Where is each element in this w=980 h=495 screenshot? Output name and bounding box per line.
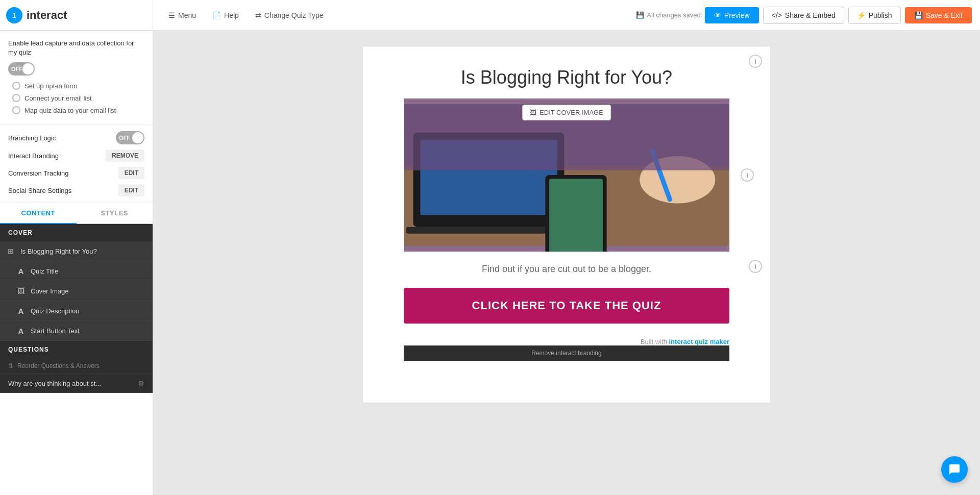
top-navigation: 1 interact ☰ Menu 📄 Help ⇄ Change Quiz T… xyxy=(0,0,980,31)
questions-section: ⇅ Reorder Questions & Answers Why are yo… xyxy=(0,358,153,393)
reorder-row: ⇅ Reorder Questions & Answers xyxy=(0,358,153,374)
description-info-button[interactable]: i xyxy=(749,260,762,273)
help-icon: 📄 xyxy=(212,11,221,19)
toggle-knob xyxy=(132,132,143,143)
save-status: 💾 All changes saved xyxy=(636,11,701,19)
change-quiz-type-label: Change Quiz Type xyxy=(264,11,324,19)
share-embed-label: Share & Embed xyxy=(785,11,836,19)
social-share-edit-button[interactable]: EDIT xyxy=(118,184,144,196)
text-a-icon-3: A xyxy=(16,326,26,335)
sidebar-content: COVER ⊞ Is Blogging Right for You? A Qui… xyxy=(0,224,153,495)
opt-item-label: Map quiz data to your email list xyxy=(24,107,116,114)
branding-text: Built with xyxy=(641,338,667,345)
edit-image-icon: 🖼 xyxy=(530,109,536,116)
start-quiz-label: CLICK HERE TO TAKE THE QUIZ xyxy=(472,299,662,312)
radio-circle xyxy=(12,94,20,102)
status-label: All changes saved xyxy=(647,11,701,19)
quiz-description-area: Find out if you are cut out to be a blog… xyxy=(363,252,770,280)
text-a-icon-2: A xyxy=(16,306,26,315)
interact-branding-row: Interact Branding REMOVE xyxy=(8,150,144,162)
branching-logic-row: Branching Logic OFF xyxy=(8,131,144,144)
question-text: Why are you thinking about st... xyxy=(8,380,101,387)
cover-image-label: Cover Image xyxy=(31,287,68,295)
remove-branding-button[interactable]: REMOVE xyxy=(106,150,144,162)
save-exit-button[interactable]: 💾 Save & Exit xyxy=(905,7,972,23)
cover-image-info-button[interactable]: i xyxy=(741,168,754,182)
opt-item-label: Connect your email list xyxy=(24,94,92,102)
branching-logic-toggle[interactable]: OFF xyxy=(116,131,144,144)
nav-right: 💾 All changes saved 👁 Preview </> Share … xyxy=(628,7,980,24)
gear-icon[interactable]: ⚙ xyxy=(138,379,144,387)
edit-cover-image-button[interactable]: 🖼 EDIT COVER IMAGE xyxy=(522,105,611,120)
publish-label: Publish xyxy=(869,11,892,19)
settings-section: Branching Logic OFF Interact Branding RE… xyxy=(0,125,153,203)
lead-capture-label: Enable lead capture and data collection … xyxy=(8,39,144,57)
conversion-tracking-edit-button[interactable]: EDIT xyxy=(118,167,144,179)
lead-capture-toggle[interactable]: OFF xyxy=(8,62,35,76)
menu-button[interactable]: ☰ Menu xyxy=(161,7,203,23)
chat-icon xyxy=(948,463,961,476)
lead-capture-toggle-row: OFF xyxy=(8,62,144,76)
remove-branding-bar[interactable]: Remove interact branding xyxy=(404,345,729,361)
tab-styles[interactable]: STYLES xyxy=(77,203,153,223)
opt-item-map[interactable]: Map quiz data to your email list xyxy=(12,104,144,116)
sidebar-item-start-button[interactable]: A Start Button Text xyxy=(0,321,153,341)
social-share-label: Social Share Settings xyxy=(8,187,71,194)
svg-rect-6 xyxy=(549,179,603,252)
reorder-icon: ⇅ xyxy=(8,362,13,369)
reorder-label: Reorder Questions & Answers xyxy=(17,362,100,369)
help-button[interactable]: 📄 Help xyxy=(205,7,246,23)
main-content: Is Blogging Right for You? i xyxy=(153,31,980,495)
logo-icon: 1 xyxy=(6,7,22,23)
sidebar-item-cover-image[interactable]: 🖼 Cover Image xyxy=(0,281,153,301)
quiz-description-text: Find out if you are cut out to be a blog… xyxy=(482,264,651,274)
opt-item-label: Set up opt-in form xyxy=(24,82,77,90)
toggle-knob xyxy=(22,63,34,75)
interact-branding-label: Interact Branding xyxy=(8,152,59,160)
preview-button[interactable]: 👁 Preview xyxy=(705,7,759,23)
preview-label: Preview xyxy=(724,11,750,19)
start-quiz-button[interactable]: CLICK HERE TO TAKE THE QUIZ xyxy=(404,288,729,324)
save-exit-label: Save & Exit xyxy=(926,11,963,19)
opt-in-list: Set up opt-in form Connect your email li… xyxy=(8,80,144,116)
code-icon: </> xyxy=(772,11,782,19)
text-a-icon: A xyxy=(16,266,26,276)
quiz-title-info-button[interactable]: i xyxy=(749,55,762,68)
sidebar-item-quiz-description[interactable]: A Quiz Description xyxy=(0,301,153,321)
cover-main-item-label: Is Blogging Right for You? xyxy=(20,247,97,255)
edit-cover-label: EDIT COVER IMAGE xyxy=(540,109,603,116)
quiz-title: Is Blogging Right for You? xyxy=(404,67,729,88)
change-quiz-type-button[interactable]: ⇄ Change Quiz Type xyxy=(248,7,331,23)
image-icon: 🖼 xyxy=(16,286,26,295)
sidebar: Enable lead capture and data collection … xyxy=(0,31,153,495)
quiz-card: Is Blogging Right for You? i xyxy=(362,46,771,403)
sidebar-item-quiz-title[interactable]: A Quiz Title xyxy=(0,261,153,281)
opt-item-form[interactable]: Set up opt-in form xyxy=(12,80,144,92)
branching-logic-label: Branching Logic xyxy=(8,134,56,142)
chat-bubble-button[interactable] xyxy=(941,456,968,483)
opt-item-email[interactable]: Connect your email list xyxy=(12,92,144,104)
preview-icon: 👁 xyxy=(714,11,721,19)
lead-capture-section: Enable lead capture and data collection … xyxy=(0,31,153,125)
radio-circle xyxy=(12,82,20,90)
cover-image-area: 🖼 EDIT COVER IMAGE i xyxy=(404,98,729,252)
remove-branding-label: Remove interact branding xyxy=(531,350,601,357)
radio-circle xyxy=(12,106,20,114)
quiz-description-label: Quiz Description xyxy=(31,307,79,315)
question-item[interactable]: Why are you thinking about st... ⚙ xyxy=(0,374,153,393)
nav-middle: ☰ Menu 📄 Help ⇄ Change Quiz Type xyxy=(153,7,628,23)
publish-button[interactable]: ⚡ Publish xyxy=(848,7,901,24)
conversion-tracking-label: Conversion Tracking xyxy=(8,169,69,177)
save-exit-icon: 💾 xyxy=(914,11,923,19)
help-label: Help xyxy=(224,11,239,19)
cover-image-svg xyxy=(404,98,729,252)
change-type-icon: ⇄ xyxy=(255,11,261,19)
cover-main-item[interactable]: ⊞ Is Blogging Right for You? xyxy=(0,241,153,261)
branding-link[interactable]: interact quiz maker xyxy=(669,338,730,345)
tab-content[interactable]: CONTENT xyxy=(0,203,77,223)
toggle-off-label: OFF xyxy=(11,66,22,72)
social-share-row: Social Share Settings EDIT xyxy=(8,184,144,196)
share-embed-button[interactable]: </> Share & Embed xyxy=(763,7,844,24)
lightning-icon: ⚡ xyxy=(857,11,866,19)
menu-label: Menu xyxy=(178,11,196,19)
